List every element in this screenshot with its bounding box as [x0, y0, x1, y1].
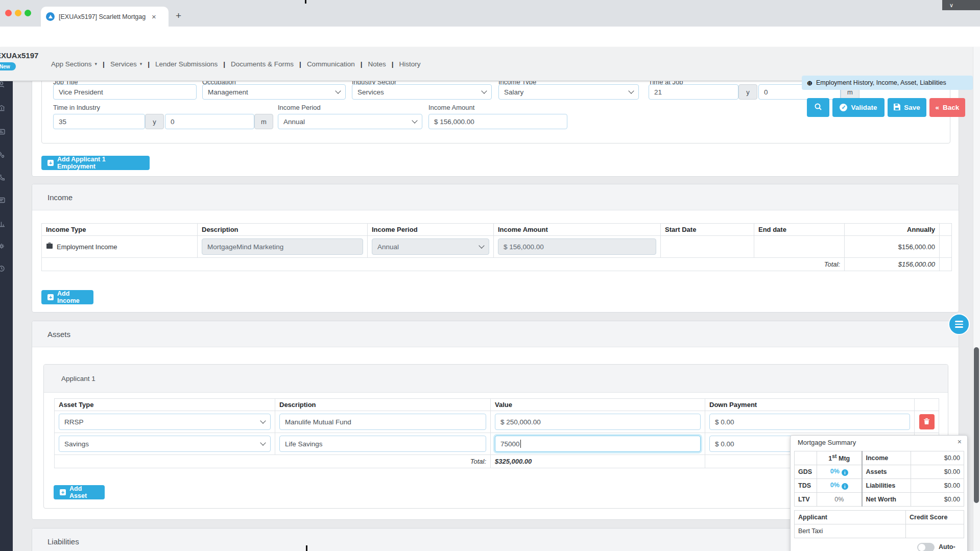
- tab-close-icon[interactable]: ×: [152, 12, 156, 21]
- income-title: Income: [47, 193, 73, 202]
- networth-label: Net Worth: [862, 493, 911, 507]
- time-at-job-years-input[interactable]: 21: [649, 84, 738, 100]
- asset-type-select[interactable]: RRSP: [59, 414, 271, 430]
- browser-toolbar: ← → mortgage.scarlettnetwork.net/mtg/dea…: [0, 27, 980, 47]
- applicant1-header: Applicant 1: [44, 365, 948, 393]
- trash-icon: [923, 418, 930, 426]
- job-title-input[interactable]: Vice President: [53, 84, 197, 100]
- income-amount-input[interactable]: $ 156,000.00: [498, 238, 656, 255]
- occupation-select[interactable]: Management: [202, 84, 346, 100]
- nav-notes[interactable]: Notes: [368, 60, 386, 68]
- income-period-select[interactable]: Annual: [278, 114, 422, 129]
- search-icon: [814, 103, 822, 112]
- credit-score-header: Credit Score: [906, 511, 964, 524]
- save-button[interactable]: Save: [888, 98, 926, 117]
- income-label: Income: [862, 451, 911, 465]
- first-mtg-header: 1st Mtg: [817, 451, 862, 465]
- nav-documents-forms[interactable]: Documents & Forms: [231, 60, 294, 68]
- income-total-value: $156,000.00: [898, 260, 935, 268]
- industry-years-input[interactable]: 35: [53, 114, 145, 129]
- browser-tab[interactable]: [EXUAx5197] Scarlett Mortgag ×: [41, 7, 169, 27]
- asset-type-select[interactable]: Savings: [59, 436, 271, 452]
- autohide-toggle[interactable]: [917, 543, 935, 551]
- years-suffix: y: [145, 114, 164, 129]
- add-income-button[interactable]: + Add Income: [41, 290, 93, 304]
- income-annually-value: $156,000.00: [845, 236, 940, 258]
- income-amount-label: Income Amount: [428, 104, 474, 111]
- window-corner-control[interactable]: ∨: [942, 0, 980, 10]
- nav-lender-submissions[interactable]: Lender Submissions: [155, 60, 218, 68]
- nav-communication[interactable]: Communication: [307, 60, 355, 68]
- income-row: Employment Income MortgageMind Marketing…: [42, 236, 952, 258]
- asset-value-input-focused[interactable]: 75000: [495, 436, 701, 452]
- autohide-label: Auto-hide: [939, 543, 967, 551]
- applicant1-title: Applicant 1: [61, 375, 95, 382]
- add-asset-button[interactable]: + Add Asset: [54, 485, 105, 499]
- macos-minimize-button[interactable]: [15, 10, 21, 16]
- summary-applicant-table: Applicant Credit Score Bert Taxi: [794, 510, 964, 538]
- liabilities-title: Liabilities: [47, 537, 79, 546]
- bank-icon[interactable]: [0, 104, 6, 112]
- delete-asset-button[interactable]: [919, 414, 935, 429]
- card-icon[interactable]: [0, 128, 6, 136]
- validate-button[interactable]: ✓ Validate: [832, 98, 885, 117]
- nav-services[interactable]: Services: [110, 60, 137, 68]
- clock-icon[interactable]: [0, 265, 6, 273]
- app-nav: App Sections ▾ | Services ▾ | Lender Sub…: [51, 47, 421, 81]
- asset-description-input[interactable]: Life Savings: [279, 436, 486, 452]
- credit-score-value: [906, 524, 964, 538]
- info-icon[interactable]: i: [842, 469, 848, 476]
- gds-value: 0%: [830, 468, 840, 475]
- stray-mark: [306, 545, 307, 551]
- asset-downpayment-input[interactable]: $ 0.00: [709, 414, 910, 430]
- browser-tab-bar: [EXUAx5197] Scarlett Mortgag × + ∨: [0, 0, 980, 27]
- assets-label: Assets: [862, 465, 911, 479]
- caret-down-icon: ▾: [95, 61, 98, 66]
- asset-description-input[interactable]: Manulife Mutual Fund: [279, 414, 486, 430]
- nav-history[interactable]: History: [399, 60, 421, 68]
- macos-close-button[interactable]: [5, 10, 12, 16]
- nav-app-sections[interactable]: App Sections: [51, 60, 92, 68]
- bar-chart-icon[interactable]: [0, 220, 6, 228]
- tooltip-text: Employment History, Income, Asset, Liabi…: [816, 79, 946, 86]
- income-start-date-cell[interactable]: [661, 236, 754, 258]
- chevron-down-icon: [628, 88, 634, 93]
- income-total-row: Total: $156,000.00: [42, 258, 952, 271]
- plus-icon: +: [47, 294, 54, 300]
- summary-close-icon[interactable]: ×: [958, 438, 962, 446]
- income-type-select[interactable]: Salary: [498, 84, 639, 100]
- add-employment-button[interactable]: + Add Applicant 1 Employment: [41, 156, 150, 170]
- section-tooltip: ⊕ Employment History, Income, Asset, Lia…: [802, 76, 973, 90]
- move-crosshair-icon: ⊕: [807, 79, 812, 87]
- industry-sector-select[interactable]: Services: [352, 84, 492, 100]
- app-sidebar: [0, 81, 13, 551]
- assets-title: Assets: [47, 330, 70, 339]
- info-icon[interactable]: i: [842, 483, 848, 490]
- phone-icon[interactable]: [0, 174, 6, 182]
- income-header-row: Income Type Description Income Period In…: [42, 224, 952, 236]
- income-end-date-cell[interactable]: [754, 236, 845, 258]
- new-tab-button[interactable]: +: [176, 11, 181, 20]
- income-description-input[interactable]: MortgageMind Marketing: [202, 238, 363, 255]
- income-amount-input[interactable]: $ 156,000.00: [428, 114, 567, 129]
- gear-icon[interactable]: [0, 242, 6, 250]
- person-icon[interactable]: [0, 81, 6, 89]
- industry-months-input[interactable]: 0: [165, 114, 254, 129]
- floating-menu-button[interactable]: [948, 314, 970, 335]
- applicant-header: Applicant: [795, 511, 906, 524]
- list-icon[interactable]: [0, 196, 6, 204]
- search-button[interactable]: [807, 98, 829, 117]
- assets-value: $0.00: [911, 465, 964, 479]
- gears-icon[interactable]: [0, 151, 6, 159]
- page-scrollbar-thumb[interactable]: [974, 347, 979, 503]
- time-in-industry-label: Time in Industry: [53, 104, 100, 111]
- income-period-select[interactable]: Annual: [372, 238, 489, 255]
- back-button[interactable]: « Back: [929, 98, 965, 117]
- income-section-header: Income: [32, 184, 959, 210]
- months-suffix: m: [254, 114, 273, 129]
- income-period-label: Income Period: [278, 104, 321, 111]
- asset-value-input[interactable]: $ 250,000.00: [495, 414, 701, 430]
- macos-zoom-button[interactable]: [25, 10, 31, 16]
- income-section: Income Income Type Description Income Pe…: [32, 184, 959, 313]
- chevron-down-icon: [479, 243, 484, 248]
